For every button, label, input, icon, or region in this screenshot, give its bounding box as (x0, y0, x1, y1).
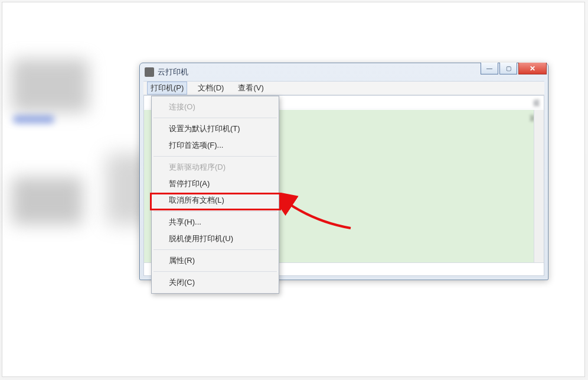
maximize-icon: ▢ (506, 65, 511, 72)
menu-item-offline[interactable]: 脱机使用打印机(U) (152, 230, 278, 247)
printer-menu-dropdown: 连接(O) 设置为默认打印机(T) 打印首选项(F)... 更新驱动程序(D) … (151, 96, 279, 294)
minimize-button[interactable]: — (481, 63, 498, 74)
menu-separator (153, 118, 277, 118)
menu-item-cancel-all[interactable]: 取消所有文档(L) (152, 192, 278, 209)
titlebar[interactable]: 云打印机 — ▢ ✕ (140, 63, 548, 81)
menu-item-close[interactable]: 关闭(C) (152, 274, 278, 291)
menu-bar: 打印机(P) 文档(D) 查看(V) (143, 81, 544, 95)
close-button[interactable]: ✕ (518, 63, 547, 74)
menu-printer[interactable]: 打印机(P) (147, 82, 187, 95)
menu-item-set-default[interactable]: 设置为默认打印机(T) (152, 121, 278, 137)
blurred-printer-icon (12, 177, 83, 225)
menu-item-properties[interactable]: 属性(R) (152, 252, 278, 269)
menu-view[interactable]: 查看(V) (234, 82, 267, 95)
col-4[interactable] (423, 96, 517, 109)
col-submitted[interactable]: 提 (517, 96, 544, 109)
menu-item-preferences[interactable]: 打印首选项(F)... (152, 137, 278, 154)
minimize-icon: — (486, 65, 492, 72)
menu-separator (153, 211, 277, 212)
maximize-button[interactable]: ▢ (499, 63, 517, 74)
menu-item-connect: 连接(O) (152, 99, 278, 115)
blurred-printer-icon (12, 59, 89, 112)
col-3[interactable] (331, 96, 424, 109)
close-icon: ✕ (530, 64, 535, 73)
vertical-scrollbar[interactable] (534, 110, 544, 262)
menu-item-update-driver: 更新驱动程序(D) (152, 159, 278, 176)
window-controls: — ▢ ✕ (481, 63, 547, 76)
menu-separator (153, 156, 277, 157)
menu-separator (153, 249, 277, 250)
menu-document[interactable]: 文档(D) (194, 82, 227, 95)
blurred-selection (13, 115, 54, 124)
menu-separator (153, 271, 277, 272)
printer-app-icon (145, 67, 154, 77)
menu-item-sharing[interactable]: 共享(H)... (152, 214, 278, 230)
menu-item-pause[interactable]: 暂停打印(A) (152, 176, 278, 192)
